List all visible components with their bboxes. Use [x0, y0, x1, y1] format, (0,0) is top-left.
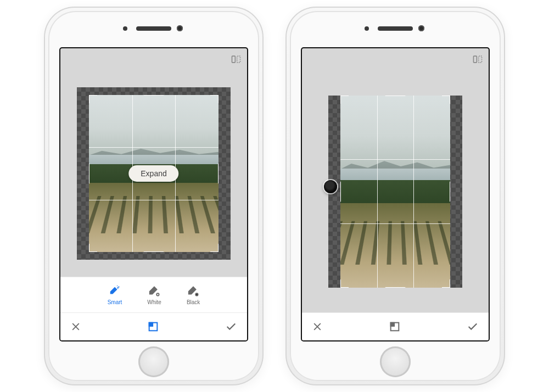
- screen: [302, 48, 489, 340]
- fill-mode-row: Smart White Black: [60, 277, 247, 312]
- expand-tool-icon[interactable]: [389, 321, 401, 333]
- bottom-bar: [60, 312, 247, 340]
- confirm-button[interactable]: [467, 321, 479, 333]
- svg-rect-7: [474, 56, 477, 63]
- flip-horizontal-icon[interactable]: [231, 54, 242, 65]
- expand-tool-icon[interactable]: [147, 321, 159, 333]
- cancel-button[interactable]: [312, 321, 323, 332]
- expand-backdrop-checker: [328, 96, 462, 288]
- home-button[interactable]: [380, 346, 411, 377]
- fill-option-black[interactable]: Black: [187, 285, 200, 305]
- photo-crop-frame[interactable]: Expand: [89, 95, 219, 252]
- crop-handle-bottom[interactable]: [385, 287, 406, 288]
- home-button[interactable]: [138, 346, 169, 377]
- photo-vineyard-rows: [89, 196, 219, 233]
- svg-point-4: [156, 293, 159, 295]
- fill-option-white[interactable]: White: [147, 285, 161, 305]
- crop-corner-bottom-right[interactable]: [442, 279, 450, 288]
- screen: Expand Smart White: [60, 48, 247, 340]
- earpiece-speaker: [378, 26, 413, 31]
- crop-handle-top[interactable]: [143, 95, 164, 96]
- crop-handle-left[interactable]: [340, 181, 341, 202]
- fill-option-label: White: [147, 299, 161, 305]
- front-camera: [418, 25, 424, 31]
- flip-horizontal-icon[interactable]: [472, 54, 483, 65]
- fill-option-smart[interactable]: Smart: [108, 285, 122, 305]
- app-surface: Expand Smart White: [60, 48, 247, 340]
- crop-corner-top-left[interactable]: [340, 96, 349, 104]
- crop-corner-top-right[interactable]: [442, 96, 450, 104]
- crop-corner-top-left[interactable]: [89, 95, 97, 103]
- earpiece-speaker: [136, 26, 171, 31]
- svg-point-2: [118, 286, 119, 287]
- canvas-area[interactable]: [302, 70, 489, 312]
- crop-handle-bottom[interactable]: [143, 251, 164, 252]
- top-toolbar: [302, 48, 489, 70]
- front-camera: [177, 25, 183, 31]
- photo-sky: [340, 96, 450, 169]
- cancel-button[interactable]: [70, 321, 81, 332]
- expand-button[interactable]: Expand: [128, 165, 178, 182]
- crop-corner-bottom-right[interactable]: [210, 244, 219, 252]
- fill-option-label: Smart: [108, 299, 122, 305]
- bottom-bar: [302, 312, 489, 340]
- crop-handle-right[interactable]: [218, 163, 219, 184]
- photo-vineyard-rows: [340, 221, 450, 264]
- expand-backdrop-checker: Expand: [77, 87, 231, 260]
- top-toolbar: [60, 48, 247, 70]
- drag-magnifier-icon[interactable]: [324, 180, 337, 193]
- crop-corner-bottom-left[interactable]: [340, 279, 349, 288]
- phone-left: Expand Smart White: [44, 7, 264, 385]
- canvas-area[interactable]: Expand: [60, 70, 247, 277]
- svg-rect-8: [479, 56, 482, 63]
- crop-handle-top[interactable]: [385, 96, 406, 96]
- svg-rect-1: [237, 56, 240, 63]
- svg-point-5: [195, 293, 198, 295]
- app-surface: [302, 48, 489, 340]
- crop-corner-top-right[interactable]: [210, 95, 219, 103]
- photo-crop-frame[interactable]: [340, 96, 450, 288]
- svg-point-3: [117, 285, 117, 286]
- crop-handle-right[interactable]: [450, 181, 450, 202]
- expand-button-label: Expand: [141, 169, 166, 178]
- svg-rect-0: [232, 56, 236, 63]
- fill-option-label: Black: [187, 299, 200, 305]
- crop-handle-left[interactable]: [89, 163, 89, 184]
- phone-right: [285, 7, 505, 385]
- photo-sky: [89, 95, 219, 155]
- proximity-sensor: [365, 26, 369, 31]
- confirm-button[interactable]: [225, 321, 237, 333]
- proximity-sensor: [123, 26, 127, 31]
- crop-corner-bottom-left[interactable]: [89, 244, 97, 252]
